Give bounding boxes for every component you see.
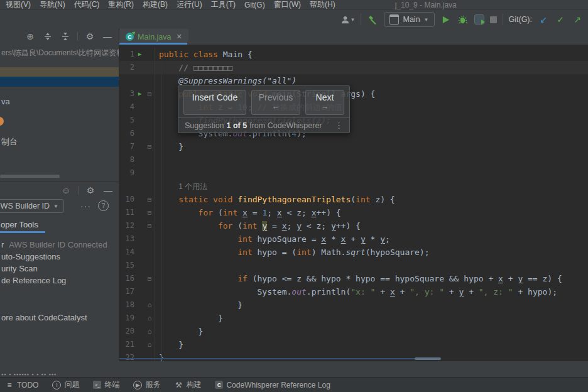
code-line[interactable]: 11⊟ for (int x = 1; x < z; x++) { [119, 206, 588, 219]
token-hint: 1 个用法 [178, 182, 207, 191]
toolwindow-button-todo[interactable]: ≡TODO [5, 381, 38, 389]
aws-item-codecatalyst-link[interactable]: ore about CodeCatalyst [1, 313, 87, 322]
code-line[interactable]: 17 System.out.println("x: " + x + ", y: … [119, 285, 588, 298]
code-line[interactable]: 2 // □□□□□□□□ [119, 61, 588, 74]
stop-button[interactable] [490, 16, 497, 23]
fold-icon[interactable]: ⊟ [145, 87, 154, 101]
horizontal-scroll-track[interactable] [119, 358, 440, 359]
fold-end-icon[interactable]: ⌂ [145, 325, 154, 338]
user-icon[interactable]: ▼ [340, 15, 356, 24]
git-commit-icon[interactable]: ✓ [555, 14, 566, 25]
insert-code-label: Insert Code [192, 92, 237, 102]
menu-navigate[interactable]: 导航(N) [35, 0, 70, 10]
run-configuration-select[interactable]: Main ▼ [384, 12, 434, 27]
menu-run[interactable]: 运行(U) [172, 0, 207, 10]
fold-icon[interactable]: ⊟ [145, 219, 154, 232]
code-line[interactable]: 22} [119, 351, 588, 361]
tree-item-file[interactable]: va [1, 97, 10, 106]
menu-window[interactable]: 窗口(W) [270, 0, 305, 10]
code-line[interactable]: 7⊟ } [119, 140, 588, 153]
code-line[interactable]: 1▶public class Main { [119, 48, 588, 61]
code-line[interactable]: 13 int hypoSquare = x * x + y * y; [119, 232, 588, 246]
tree-row-highlighted[interactable] [0, 67, 119, 77]
aws-item-security-scan[interactable]: urity Scan [1, 264, 38, 273]
token-kw: static void [159, 195, 237, 204]
git-push-icon[interactable]: ↗ [572, 14, 583, 25]
aws-item-code-reference-log[interactable]: de Reference Log [1, 276, 66, 285]
fold-icon[interactable]: ⊟ [145, 272, 154, 285]
tree-item-console[interactable]: 制台 [1, 136, 18, 148]
toolwindow-button-codewhisperer[interactable]: CCodeWhisperer Reference Log [215, 381, 330, 389]
gutter: 15 [119, 259, 155, 272]
run-gutter-icon[interactable]: ▶ [134, 48, 145, 61]
code-line[interactable]: 9 [119, 166, 588, 180]
code-line[interactable]: 16⊟ if (hypo <= z && hypo * hypo == hypo… [119, 272, 588, 285]
fold-end-icon[interactable]: ⌂ [145, 298, 154, 312]
previous-suggestion-button[interactable]: Previous ← [251, 90, 300, 115]
horizontal-scrollbar[interactable] [0, 175, 60, 178]
gear-icon[interactable]: ⚙ [85, 185, 96, 196]
fold-end-icon[interactable]: ⌂ [145, 338, 154, 351]
token-pl [237, 208, 242, 217]
close-icon[interactable]: ✕ [177, 33, 182, 41]
aws-item-auto-suggestions[interactable]: uto-Suggestions [1, 252, 60, 261]
code-line[interactable]: 21⌂ } [119, 338, 588, 351]
token-var: y [380, 234, 385, 244]
gear-icon[interactable]: ⚙ [84, 31, 95, 42]
menu-build[interactable]: 构建(B) [138, 0, 172, 10]
token-pl: + [503, 274, 518, 283]
tab-developer-tools[interactable]: oper Tools [1, 220, 38, 229]
tree-row-selected[interactable] [0, 77, 119, 87]
code-line[interactable]: 8 [119, 153, 588, 166]
code-line[interactable]: 15 [119, 259, 588, 272]
next-suggestion-button[interactable]: Next → [305, 90, 344, 115]
code-line[interactable]: 19⌂ } [119, 312, 588, 325]
code-line[interactable]: 10⊟ static void findPythagoreanTriplets(… [119, 193, 588, 206]
menu-refactor[interactable]: 重构(R) [104, 0, 138, 10]
toolwindow-button-services[interactable]: ▶服务 [133, 379, 160, 390]
gutter: 20⌂ [119, 325, 155, 338]
hide-panel-icon[interactable]: — [102, 185, 114, 196]
menu-tools[interactable]: 工具(T) [207, 0, 240, 10]
menu-help[interactable]: 帮助(H) [305, 0, 340, 10]
toolwindow-button-problems[interactable]: !问题 [52, 379, 79, 390]
code-line[interactable]: 1 个用法 [119, 180, 588, 193]
menu-code[interactable]: 代码(C) [70, 0, 104, 10]
toolwindow-button-build[interactable]: ⚒构建 [174, 379, 201, 390]
insert-code-button[interactable]: Insert Code [183, 90, 246, 115]
code-line[interactable]: 12⊟ for (int y = x; y < z; y++) { [119, 219, 588, 232]
fold-end-icon[interactable]: ⌂ [145, 312, 154, 325]
code-text: } [155, 351, 164, 361]
help-icon[interactable]: ? [98, 200, 109, 211]
expand-all-icon[interactable] [60, 31, 71, 42]
divider [78, 186, 79, 195]
collapse-all-icon[interactable] [42, 31, 53, 42]
git-update-icon[interactable]: ↙ [538, 14, 549, 25]
run-gutter-icon[interactable]: ▶ [134, 87, 145, 101]
hide-panel-icon[interactable]: — [102, 31, 113, 42]
menu-git[interactable]: Git(G) [240, 1, 270, 9]
code-line[interactable]: 18⌂ } [119, 298, 588, 312]
fold-icon[interactable]: ⊟ [145, 206, 154, 219]
feedback-smiley-icon[interactable]: ☺ [60, 185, 72, 196]
build-hammer-icon[interactable] [367, 14, 378, 25]
coverage-button[interactable] [474, 14, 484, 24]
debug-button[interactable] [457, 14, 469, 25]
more-options-icon[interactable]: ··· [80, 201, 91, 211]
fold-icon[interactable]: ⊟ [145, 193, 154, 206]
locate-file-icon[interactable]: ⊕ [24, 31, 36, 42]
run-button[interactable] [440, 14, 452, 25]
toolwindow-button-terminal[interactable]: >_终端 [93, 379, 119, 390]
menu-view[interactable]: 视图(V) [1, 0, 35, 10]
fold-icon[interactable]: ⊟ [145, 140, 154, 153]
line-number: 11 [119, 206, 134, 219]
aws-builder-id-select[interactable]: WS Builder ID ▼ [0, 199, 64, 213]
token-fld: out [291, 287, 306, 297]
code-line[interactable]: 14 int hypo = (int) Math.sqrt(hypoSquare… [119, 246, 588, 259]
token-pl: ; [287, 221, 297, 231]
code-line[interactable]: 20⌂ } [119, 325, 588, 338]
kebab-menu-icon[interactable]: ⋮ [335, 121, 343, 130]
horizontal-scroll-thumb[interactable] [415, 357, 441, 360]
token-kw: if [159, 274, 248, 283]
problems-icon: ! [52, 381, 61, 389]
